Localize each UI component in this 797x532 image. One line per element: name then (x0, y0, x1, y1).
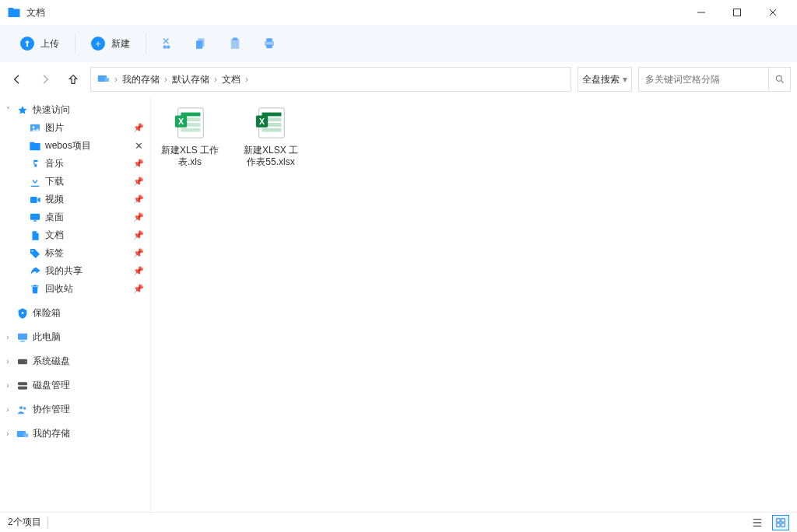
sidebar-item-videos[interactable]: 视频 📌 (0, 191, 150, 208)
sidebar-item-pictures[interactable]: 图片 📌 (0, 119, 150, 137)
sidebar-item-music[interactable]: 音乐 📌 (0, 155, 150, 173)
sidebar-item-label: 回收站 (45, 282, 129, 296)
sidebar-item-label: 视频 (45, 193, 129, 206)
create-button[interactable]: ＋ 新建 (80, 32, 141, 55)
svg-point-25 (25, 361, 26, 362)
breadcrumb-mid[interactable]: 默认存储 (172, 73, 209, 86)
svg-point-20 (32, 250, 33, 251)
sidebar-item-label: 磁盘管理 (33, 379, 144, 392)
sidebar-item-tags[interactable]: 标签 📌 (0, 244, 150, 262)
sidebar-quick-access[interactable]: ˅ 快速访问 (0, 101, 150, 119)
sidebar-item-downloads[interactable]: 下载 📌 (0, 173, 150, 191)
chevron-down-icon: ˅ (3, 106, 12, 115)
view-grid-button[interactable] (772, 515, 789, 530)
pin-icon[interactable]: 📌 (133, 266, 144, 276)
minimize-button[interactable] (683, 0, 719, 25)
svg-rect-36 (181, 128, 201, 132)
sidebar-item-documents[interactable]: 文档 📌 (0, 226, 150, 244)
sidebar-item-recycle[interactable]: 回收站 📌 (0, 280, 150, 298)
disk-icon (16, 380, 29, 392)
sidebar-mystorage[interactable]: › 我的存储 (0, 425, 150, 443)
paste-button[interactable] (219, 30, 251, 57)
divider (47, 517, 48, 528)
close-icon[interactable]: ✕ (133, 140, 144, 152)
pin-icon[interactable]: 📌 (133, 248, 144, 258)
maximize-button[interactable] (719, 0, 755, 25)
search-mode-select[interactable]: 全盘搜索 ▾ (578, 67, 632, 92)
forward-button[interactable] (34, 68, 56, 90)
pin-icon[interactable]: 📌 (133, 159, 144, 169)
svg-rect-26 (18, 382, 27, 385)
sidebar-sysdisk[interactable]: › 系统磁盘 (0, 352, 150, 370)
sidebar-vault[interactable]: 保险箱 (0, 304, 150, 322)
sidebar-item-label: 下载 (45, 175, 129, 188)
svg-rect-9 (266, 38, 272, 42)
upload-button[interactable]: 上传 (9, 32, 70, 55)
search-input[interactable] (639, 74, 768, 85)
up-button[interactable] (62, 68, 84, 90)
file-item[interactable]: X 新建XLSX 工作表55.xlsx (241, 104, 300, 168)
svg-rect-48 (777, 523, 780, 526)
sidebar-thispc[interactable]: › 此电脑 (0, 328, 150, 346)
svg-text:X: X (178, 117, 184, 126)
svg-rect-43 (262, 128, 282, 132)
print-button[interactable] (254, 30, 285, 57)
sidebar: ˅ 快速访问 图片 📌 webos项目 ✕ 音乐 📌 下载 (0, 96, 151, 512)
copy-button[interactable] (185, 30, 216, 57)
sidebar-item-label: 音乐 (45, 157, 129, 170)
chevron-right-icon: › (3, 429, 12, 439)
sidebar-diskmgr[interactable]: › 磁盘管理 (0, 376, 150, 394)
chevron-right-icon: › (3, 405, 12, 415)
chevron-right-icon: › (3, 333, 12, 342)
search-button[interactable] (768, 68, 790, 91)
sidebar-item-label: 此电脑 (33, 331, 144, 344)
file-grid[interactable]: X 新建XLS 工作表.xls X 新建XLSX 工作表55.xlsx (151, 96, 797, 512)
file-item[interactable]: X 新建XLS 工作表.xls (160, 104, 219, 168)
svg-point-28 (19, 406, 23, 409)
plus-icon: ＋ (91, 37, 105, 51)
pin-icon[interactable]: 📌 (133, 212, 144, 222)
pin-icon[interactable]: 📌 (133, 123, 144, 133)
breadcrumb-sep: › (214, 74, 217, 85)
svg-rect-1 (734, 9, 741, 16)
cut-button[interactable] (151, 30, 182, 57)
pin-icon[interactable]: 📌 (133, 284, 144, 294)
sidebar-item-label: 图片 (45, 121, 129, 135)
sidebar-item-label: 协作管理 (33, 403, 144, 416)
pin-icon[interactable]: 📌 (133, 194, 144, 205)
svg-rect-18 (30, 213, 40, 219)
svg-rect-6 (231, 39, 240, 49)
titlebar: 文档 (0, 0, 797, 25)
pin-icon[interactable]: 📌 (133, 230, 144, 240)
search-box (638, 67, 791, 92)
sidebar-item-label: 保险箱 (33, 306, 144, 320)
sidebar-item-label: 快速访问 (33, 103, 144, 117)
breadcrumb-root[interactable]: 我的存储 (122, 73, 160, 86)
folder-icon (29, 140, 41, 152)
divider (75, 33, 75, 54)
statusbar: 2个项目 (0, 512, 797, 532)
svg-point-13 (776, 75, 781, 81)
create-label: 新建 (111, 37, 130, 51)
sidebar-item-label: 标签 (45, 247, 129, 260)
svg-rect-12 (105, 78, 110, 82)
storage-icon (16, 428, 29, 440)
view-list-button[interactable] (749, 515, 766, 530)
star-icon (16, 104, 29, 117)
pin-icon[interactable]: 📌 (133, 177, 144, 187)
share-icon (29, 265, 41, 278)
close-button[interactable] (755, 0, 791, 25)
sidebar-item-webos[interactable]: webos项目 ✕ (0, 137, 150, 155)
svg-rect-47 (781, 518, 785, 521)
breadcrumb[interactable]: › 我的存储 › 默认存储 › 文档 › (90, 67, 571, 92)
back-button[interactable] (6, 68, 28, 90)
sidebar-item-desktop[interactable]: 桌面 📌 (0, 208, 150, 226)
file-name: 新建XLSX 工作表55.xlsx (241, 145, 300, 168)
sidebar-item-myshare[interactable]: 我的共享 📌 (0, 262, 150, 280)
breadcrumb-leaf[interactable]: 文档 (222, 73, 241, 86)
svg-rect-22 (18, 333, 27, 339)
svg-rect-49 (781, 523, 785, 526)
sidebar-item-label: 桌面 (45, 211, 129, 224)
sidebar-coop[interactable]: › 协作管理 (0, 401, 150, 418)
svg-rect-19 (33, 220, 37, 221)
